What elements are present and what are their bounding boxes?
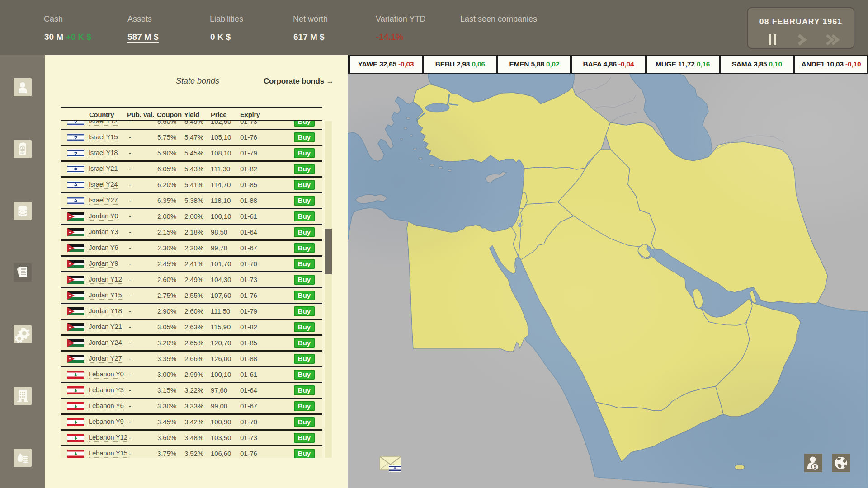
svg-text:$: $ [814,464,816,469]
